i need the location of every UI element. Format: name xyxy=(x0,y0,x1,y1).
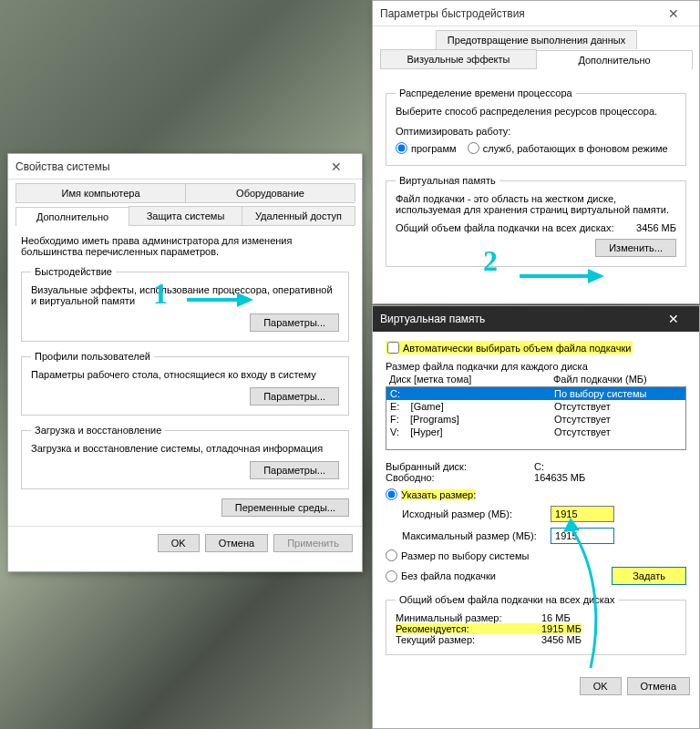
drive-row[interactable]: C: По выбору системы xyxy=(386,387,685,400)
sysprops-apply-button[interactable]: Применить xyxy=(273,534,353,552)
vm-total-value: 3456 МБ xyxy=(636,222,676,233)
tab-computer-name[interactable]: Имя компьютера xyxy=(15,183,186,202)
tab-visual-effects[interactable]: Визуальные эффекты xyxy=(380,49,537,68)
drive-row[interactable]: V: [Hyper]Отсутствует xyxy=(386,426,685,438)
performance-options-window: Параметры быстродействия ✕ Предотвращени… xyxy=(372,0,700,304)
sysprops-titlebar: Свойства системы ✕ xyxy=(8,154,362,180)
startup-settings-button[interactable]: Параметры... xyxy=(250,461,339,479)
vmdlg-ok-button[interactable]: OK xyxy=(580,677,622,695)
sysprops-title: Свойства системы xyxy=(15,160,110,173)
virtual-memory-group: Виртуальная память Файл подкачки - это о… xyxy=(386,175,686,267)
cur-value: 3456 МБ xyxy=(541,634,582,645)
close-icon[interactable]: ✕ xyxy=(655,1,692,26)
drive-row[interactable]: E: [Game]Отсутствует xyxy=(386,400,685,413)
vm-text: Файл подкачки - это область на жестком д… xyxy=(396,193,676,215)
close-icon[interactable]: ✕ xyxy=(655,306,692,332)
drive-list-header: Диск [метка тома] Файл подкачки (МБ) xyxy=(386,372,686,386)
tab-dep[interactable]: Предотвращение выполнения данных xyxy=(436,30,637,49)
vm-legend: Виртуальная память xyxy=(396,175,499,186)
totals-legend: Общий объем файла подкачки на всех диска… xyxy=(396,594,618,605)
vmdlg-button-row: OK Отмена xyxy=(373,670,699,703)
tab-remote[interactable]: Удаленный доступ xyxy=(242,206,355,225)
vmdlg-cancel-button[interactable]: Отмена xyxy=(627,677,690,695)
radio-system-input[interactable] xyxy=(386,549,397,561)
initial-size-input[interactable] xyxy=(551,506,614,522)
radio-programs-input[interactable] xyxy=(396,142,407,154)
sysprops-tab-row1: Имя компьютера Оборудование xyxy=(15,183,355,203)
radio-custom-size[interactable]: Указать размер: xyxy=(386,488,476,500)
performance-group: Быстродействие Визуальные эффекты, испол… xyxy=(21,266,349,342)
radio-no-input[interactable] xyxy=(386,570,397,582)
performance-text: Визуальные эффекты, использование процес… xyxy=(31,284,339,306)
tab-advanced-perf[interactable]: Дополнительно xyxy=(536,50,693,69)
tab-hardware[interactable]: Оборудование xyxy=(185,183,355,202)
profiles-settings-button[interactable]: Параметры... xyxy=(250,387,339,406)
processor-scheduling-group: Распределение времени процессора Выберит… xyxy=(386,87,686,166)
sched-text: Выберите способ распределения ресурсов п… xyxy=(396,106,676,117)
radio-services-input[interactable] xyxy=(468,142,479,154)
perfopts-title: Параметры быстродействия xyxy=(380,7,525,20)
tab-system-protection[interactable]: Защита системы xyxy=(129,206,242,225)
cur-label: Текущий размер: xyxy=(396,634,541,645)
profiles-legend: Профили пользователей xyxy=(31,351,154,362)
system-properties-window: Свойства системы ✕ Имя компьютера Оборуд… xyxy=(7,153,363,572)
perfopts-titlebar: Параметры быстродействия ✕ xyxy=(373,1,699,26)
perlabel: Размер файла подкачки для каждого диска xyxy=(386,361,686,372)
sysprops-cancel-button[interactable]: Отмена xyxy=(205,534,268,552)
tab-advanced[interactable]: Дополнительно xyxy=(15,207,129,226)
auto-manage-checkbox[interactable]: Автоматически выбирать объем файла подка… xyxy=(386,341,633,354)
auto-manage-input[interactable] xyxy=(387,342,399,354)
sched-optlabel: Оптимизировать работу: xyxy=(396,126,676,137)
selected-drive-value: C: xyxy=(534,461,544,472)
startup-text: Загрузка и восстановление системы, отлад… xyxy=(31,443,339,454)
radio-no-pagefile[interactable]: Без файла подкачки xyxy=(386,570,612,582)
vmdlg-titlebar: Виртуальная память ✕ xyxy=(373,306,699,332)
vmdlg-title: Виртуальная память xyxy=(380,313,485,325)
max-size-input[interactable] xyxy=(551,528,614,544)
sysprops-button-row: OK Отмена Применить xyxy=(8,526,362,560)
startup-group: Загрузка и восстановление Загрузка и вос… xyxy=(21,425,349,489)
virtual-memory-dialog: Виртуальная память ✕ Автоматически выбир… xyxy=(372,305,700,729)
drive-row[interactable]: F: [Programs]Отсутствует xyxy=(386,413,685,426)
rec-label: Рекомендуется: xyxy=(396,623,541,634)
vm-total-label: Общий объем файла подкачки на всех диска… xyxy=(396,222,636,233)
free-label: Свободно: xyxy=(386,472,531,483)
startup-legend: Загрузка и восстановление xyxy=(31,425,165,436)
radio-custom-input[interactable] xyxy=(386,488,397,500)
totals-group: Общий объем файла подкачки на всех диска… xyxy=(386,594,686,655)
radio-services[interactable]: служб, работающих в фоновом режиме xyxy=(468,142,668,154)
min-label: Минимальный размер: xyxy=(396,612,541,623)
selected-drive-label: Выбранный диск: xyxy=(386,461,531,472)
radio-programs[interactable]: программ xyxy=(396,142,457,154)
set-button[interactable]: Задать xyxy=(612,567,686,585)
rec-value: 1915 МБ xyxy=(541,623,582,634)
performance-legend: Быстродействие xyxy=(31,266,116,277)
sysprops-ok-button[interactable]: OK xyxy=(158,534,200,552)
initial-size-label: Исходный размер (МБ): xyxy=(402,508,548,519)
vm-change-button[interactable]: Изменить... xyxy=(595,239,676,257)
max-size-label: Максимальный размер (МБ): xyxy=(402,530,548,541)
env-vars-button[interactable]: Переменные среды... xyxy=(221,498,349,517)
sysprops-tab-row2: Дополнительно Защита системы Удаленный д… xyxy=(15,206,355,226)
radio-system-managed[interactable]: Размер по выбору системы xyxy=(386,549,529,561)
profiles-text: Параметры рабочего стола, относящиеся ко… xyxy=(31,369,339,380)
sched-legend: Распределение времени процессора xyxy=(396,87,576,98)
sysprops-intro: Необходимо иметь права администратора дл… xyxy=(21,235,349,257)
profiles-group: Профили пользователей Параметры рабочего… xyxy=(21,351,349,416)
close-icon[interactable]: ✕ xyxy=(318,154,355,180)
free-value: 164635 МБ xyxy=(534,472,585,483)
min-value: 16 МБ xyxy=(541,612,571,623)
drive-listbox[interactable]: C: По выбору системыE: [Game]Отсутствует… xyxy=(386,386,686,450)
performance-settings-button[interactable]: Параметры... xyxy=(250,313,339,332)
